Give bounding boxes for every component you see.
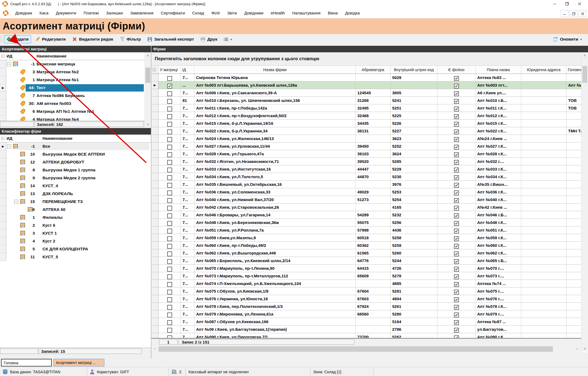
- is-branch-checkbox[interactable]: [454, 198, 459, 203]
- is-branch-checkbox[interactable]: [454, 320, 459, 325]
- in-matrix-checkbox[interactable]: [167, 274, 172, 279]
- is-branch-checkbox[interactable]: [454, 76, 459, 81]
- in-matrix-checkbox[interactable]: [167, 221, 172, 226]
- table-row[interactable]: 7...Апт №042 г.Киев, ул.Старовокзальная,…: [151, 204, 581, 211]
- table-row[interactable]: 7...Апт №011 г.Киев, пр-т.Победы,142а324…: [151, 104, 581, 112]
- tree-expander[interactable]: −: [7, 144, 11, 148]
- tree-row[interactable]: 3Матрица Аптеки №2: [0, 68, 151, 76]
- in-matrix-checkbox[interactable]: [167, 313, 172, 317]
- table-row[interactable]: 7...Апт №051 г.Киев, ул.Р.Роллана,7а5799…: [151, 226, 581, 234]
- in-matrix-checkbox[interactable]: [167, 99, 172, 104]
- mdi-restore-button[interactable]: [570, 10, 578, 17]
- in-matrix-checkbox[interactable]: [167, 145, 172, 150]
- table-row[interactable]: 7...Апт №060 г.Киев, пр-т.Победы,49/2603…: [151, 242, 581, 249]
- menu-item-довідник[interactable]: Довідник: [15, 11, 32, 15]
- загальний-експорт-button[interactable]: Загальний експорт: [145, 35, 196, 43]
- menu-item-замовлення[interactable]: Замовлення: [130, 11, 153, 15]
- scrollbar-thumb[interactable]: [582, 66, 587, 83]
- is-branch-checkbox[interactable]: [454, 274, 459, 279]
- in-matrix-checkbox[interactable]: [167, 190, 172, 195]
- table-row[interactable]: 7...Апт №012 г.Киев, пр-т.Воздухофлотски…: [151, 112, 581, 120]
- is-branch-checkbox[interactable]: [454, 282, 459, 287]
- is-branch-checkbox[interactable]: [454, 152, 459, 157]
- in-matrix-checkbox[interactable]: [167, 328, 172, 333]
- is-branch-checkbox[interactable]: [454, 244, 459, 249]
- table-row[interactable]: 81Апт №010 г.Березань, ул. Шевченковский…: [151, 97, 581, 104]
- tree-row[interactable]: 7Аптека №086 Березань: [0, 92, 151, 100]
- menu-item-довідка[interactable]: Довідка: [345, 11, 360, 15]
- table-row[interactable]: 7...Апт №022 г.Киев, б-р.Л.Украинки,3438…: [151, 127, 581, 135]
- mdi-minimize-button[interactable]: [561, 10, 569, 17]
- menu-item-налаштування[interactable]: Налаштування: [292, 11, 321, 15]
- table-row[interactable]: 7...Апт №09 г.Киев, ул.Баггаутовская,1(т…: [151, 326, 581, 333]
- column-header-7[interactable]: Повна назва: [476, 66, 521, 74]
- is-branch-checkbox[interactable]: [454, 91, 459, 96]
- table-row[interactable]: 7...Апт №090 г.Киев, ул.Пироговска,7/173…: [151, 333, 581, 338]
- table-row[interactable]: 7...Апт №076 г.Украинка, ул.Юности,16676…: [151, 295, 581, 303]
- tree-row[interactable]: −-1Базисная матрица: [0, 60, 151, 68]
- table-row[interactable]: ▶...Апт №003 пгт.Барышевка, ул.Киевский …: [151, 81, 581, 89]
- in-matrix-checkbox[interactable]: [167, 122, 172, 127]
- table-row[interactable]: 7...Апт №065 г.Борисполь, ул.Киевский шл…: [151, 257, 581, 265]
- in-matrix-checkbox[interactable]: [167, 168, 172, 172]
- table-row[interactable]: 7...Апт №078 г.Киев, пер.Политехнический…: [151, 303, 581, 310]
- menu-item-довідники[interactable]: Довідники: [244, 11, 263, 15]
- column-header-4[interactable]: Абревіатура: [356, 66, 391, 74]
- table-row[interactable]: 7...Апт №006 г.Киев, ул.Саксаганского,39…: [151, 89, 581, 97]
- in-matrix-checkbox[interactable]: [167, 290, 172, 295]
- is-branch-checkbox[interactable]: [454, 297, 459, 302]
- scroll-up-icon[interactable]: ∧: [145, 52, 151, 58]
- minimize-button[interactable]: [548, 0, 561, 8]
- is-branch-checkbox[interactable]: [454, 190, 459, 195]
- column-header-9[interactable]: Головне: [566, 66, 581, 74]
- table-row[interactable]: 7...Апт №034 г.Киев, ул.Л.Толстого,54487…: [151, 173, 581, 181]
- in-matrix-checkbox[interactable]: [167, 282, 172, 287]
- table-row[interactable]: 7...Апт №073 г.Мариуполь, пр-т.Металлург…: [151, 272, 581, 280]
- menu-item-склад[interactable]: Склад: [192, 11, 204, 15]
- in-matrix-checkbox[interactable]: [167, 213, 172, 218]
- is-branch-checkbox[interactable]: [454, 114, 459, 119]
- tree-row[interactable]: 1Матрица Аптеки №1: [0, 76, 151, 84]
- menu-item-платежі[interactable]: Платежі: [84, 11, 99, 15]
- is-branch-checkbox[interactable]: [454, 236, 459, 241]
- column-header-5[interactable]: Внутрішній штрих-код: [391, 66, 437, 74]
- is-branch-checkbox[interactable]: [454, 213, 459, 218]
- table-row[interactable]: 7...Апт №046 г.Бровары, ул.Гагарина,1454…: [151, 211, 581, 219]
- in-matrix-checkbox[interactable]: [167, 335, 172, 338]
- in-matrix-checkbox[interactable]: [167, 229, 172, 234]
- in-matrix-checkbox[interactable]: [167, 152, 172, 157]
- table-row[interactable]: 7...Апт №070 г.Мариуполь, пр-т.Ленина,90…: [151, 265, 581, 272]
- tab-home[interactable]: Головна: [1, 359, 52, 366]
- in-matrix-checkbox[interactable]: [167, 129, 172, 134]
- scroll-right-icon[interactable]: ›: [574, 346, 580, 352]
- vertical-scrollbar[interactable]: ∧ ∨: [581, 52, 588, 351]
- matrices-scrollbar[interactable]: ∧ ∨: [145, 52, 151, 128]
- in-matrix-checkbox[interactable]: [167, 160, 172, 165]
- table-row[interactable]: 7...Апт №075 г.Обухов, ул.Киевская,1/867…: [151, 287, 581, 295]
- tree-row[interactable]: 11КУСТ_5: [0, 253, 151, 261]
- column-header-3[interactable]: Назва фірми: [194, 66, 356, 74]
- tree-row[interactable]: 16АПТЕКА 60: [0, 206, 151, 214]
- scrollbar-thumb[interactable]: [145, 68, 150, 83]
- table-row[interactable]: 7...Апт №027 г.Киев, ул.Урловская,11/443…: [151, 142, 581, 150]
- scroll-left-icon[interactable]: ‹: [151, 346, 158, 352]
- in-matrix-checkbox[interactable]: [167, 320, 172, 325]
- друк-button[interactable]: Друк: [198, 35, 220, 43]
- table-row[interactable]: 7...Апт №074 г.П-Хмельницкий, ул.Б.Хмель…: [151, 280, 581, 287]
- is-branch-checkbox[interactable]: [454, 84, 459, 89]
- in-matrix-checkbox[interactable]: [167, 297, 172, 302]
- menu-item-сертифікати[interactable]: Сертифікати: [161, 11, 185, 15]
- is-branch-checkbox[interactable]: [454, 305, 459, 310]
- is-branch-checkbox[interactable]: [454, 251, 459, 256]
- in-matrix-checkbox[interactable]: [167, 137, 172, 142]
- restore-button[interactable]: [561, 0, 573, 8]
- tree-row[interactable]: ▶−-1Все: [0, 142, 151, 150]
- is-branch-checkbox[interactable]: [454, 183, 459, 188]
- table-row[interactable]: 7...Апт №040 г.Киев, ул.Нижний Вал,37/20…: [151, 196, 581, 204]
- is-branch-checkbox[interactable]: [454, 328, 459, 333]
- table-row[interactable]: 7...Апт №079 г.Мироновка, ул.Ленина,61а6…: [151, 310, 581, 318]
- tree-expander[interactable]: −: [7, 62, 11, 66]
- tree-row[interactable]: 6Матрица АП №1 Аптеки №1: [0, 108, 151, 116]
- group-by-zone[interactable]: Перетягніть заголовок колонки сюди для у…: [151, 52, 588, 66]
- in-matrix-checkbox[interactable]: [167, 305, 172, 310]
